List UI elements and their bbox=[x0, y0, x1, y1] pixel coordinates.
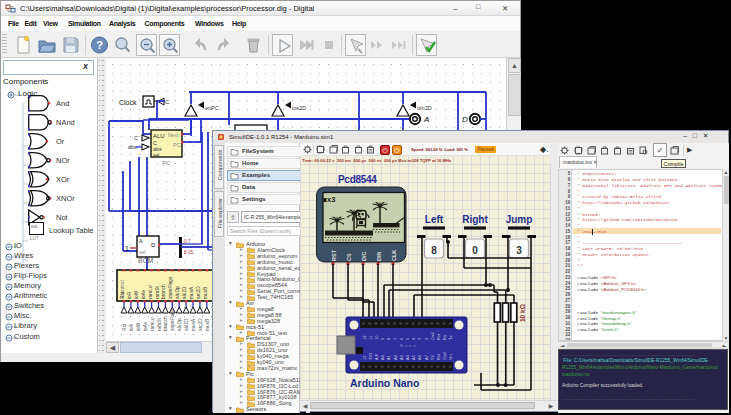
svg-text:Jump: Jump bbox=[506, 214, 533, 225]
svg-text:3V3: 3V3 bbox=[368, 352, 373, 360]
svg-text:muxA: muxA bbox=[191, 318, 196, 331]
svg-text:ioR: ioR bbox=[127, 291, 132, 299]
svg-text:ramLd: ramLd bbox=[148, 285, 153, 299]
svg-text:sel: sel bbox=[139, 249, 145, 255]
svg-text:A5: A5 bbox=[411, 354, 416, 360]
svg-text:D: D bbox=[151, 242, 156, 248]
svg-text:A4: A4 bbox=[405, 354, 410, 360]
svg-text:5V: 5V bbox=[430, 355, 435, 360]
svg-text:ramLd: ramLd bbox=[150, 317, 155, 331]
svg-text:8: 8 bbox=[431, 245, 437, 256]
svg-text:Rst: Rst bbox=[436, 333, 441, 340]
svg-text:A0: A0 bbox=[380, 354, 385, 360]
svg-text:D/C: D/C bbox=[361, 252, 367, 262]
svg-text:muxB: muxB bbox=[203, 287, 208, 299]
svg-text:Rx: Rx bbox=[442, 335, 447, 340]
svg-text:A6: A6 bbox=[417, 354, 422, 360]
svg-text:0: 0 bbox=[472, 245, 478, 256]
svg-text:CS: CS bbox=[346, 253, 352, 261]
svg-text:storeFlags: storeFlags bbox=[170, 308, 175, 331]
svg-text:Rst: Rst bbox=[120, 291, 125, 299]
svg-text:10 kΩ: 10 kΩ bbox=[519, 304, 526, 322]
svg-text:A-F: A-F bbox=[374, 353, 379, 360]
svg-text:Right: Right bbox=[462, 214, 488, 225]
svg-text:aluOp: aluOp bbox=[177, 318, 182, 331]
svg-text:10: 10 bbox=[374, 335, 379, 340]
svg-text:Clock: Clock bbox=[119, 99, 137, 106]
svg-text:A: A bbox=[423, 115, 429, 124]
svg-text:Gnd: Gnd bbox=[430, 332, 435, 340]
svg-text:ioAv: ioAv bbox=[141, 289, 146, 299]
svg-text:C: C bbox=[134, 135, 138, 141]
svg-text:DIN: DIN bbox=[376, 252, 382, 262]
svg-text:ioW: ioW bbox=[136, 322, 141, 331]
svg-text:A: A bbox=[139, 238, 143, 244]
svg-text:ramSt: ramSt bbox=[155, 286, 160, 299]
svg-text:D: D bbox=[462, 115, 468, 124]
svg-text:muxB: muxB bbox=[205, 319, 210, 331]
svg-text:13: 13 bbox=[362, 355, 367, 360]
svg-text:ioW: ioW bbox=[134, 290, 139, 299]
svg-text:RST: RST bbox=[331, 249, 337, 261]
svg-text:branch: branch bbox=[161, 284, 166, 299]
svg-text:Rst: Rst bbox=[122, 323, 127, 331]
svg-text:ioR: ioR bbox=[129, 323, 134, 331]
svg-text:Left: Left bbox=[425, 214, 444, 225]
svg-text:ins2D: ins2D bbox=[292, 105, 306, 111]
svg-text:nIn2D: nIn2D bbox=[417, 105, 432, 111]
svg-text:Pcd8544: Pcd8544 bbox=[338, 174, 377, 185]
svg-text:PC: PC bbox=[162, 160, 171, 166]
svg-text:8-15: 8-15 bbox=[184, 250, 194, 255]
svg-text:ALU: ALU bbox=[153, 133, 165, 139]
svg-text:?: ? bbox=[96, 39, 103, 51]
svg-text:Arduino Nano: Arduino Nano bbox=[350, 377, 419, 389]
svg-text:C: C bbox=[165, 99, 170, 105]
svg-text:branch: branch bbox=[163, 316, 168, 331]
svg-text:1: 1 bbox=[125, 245, 129, 252]
svg-text:Nano: Nano bbox=[400, 343, 418, 348]
svg-text:x3: x3 bbox=[327, 195, 335, 204]
svg-text:storeFlags: storeFlags bbox=[168, 276, 173, 299]
svg-text:12: 12 bbox=[362, 335, 367, 340]
svg-text:arc2D: arc2D bbox=[196, 286, 201, 299]
svg-text:0-7: 0-7 bbox=[184, 239, 191, 244]
svg-text:A2: A2 bbox=[393, 354, 398, 360]
svg-text:aluOp: aluOp bbox=[175, 286, 180, 299]
svg-text:PC: PC bbox=[173, 142, 181, 148]
svg-text:Tx: Tx bbox=[448, 336, 453, 340]
svg-text:A7: A7 bbox=[424, 354, 429, 360]
svg-text:ramSt: ramSt bbox=[157, 318, 162, 331]
svg-text:ROM: ROM bbox=[138, 257, 153, 264]
svg-text:enPC: enPC bbox=[205, 105, 219, 111]
svg-text:A3: A3 bbox=[399, 354, 404, 360]
svg-text:abs: abs bbox=[128, 144, 137, 150]
svg-text:Gnd: Gnd bbox=[442, 352, 447, 360]
svg-text:sel: sel bbox=[153, 152, 159, 158]
svg-text:A1: A1 bbox=[386, 354, 391, 360]
svg-text:arc2D: arc2D bbox=[198, 318, 203, 331]
svg-text:alu2D: alu2D bbox=[182, 286, 187, 299]
svg-text:alu2D: alu2D bbox=[184, 318, 189, 331]
svg-text:Next: Next bbox=[168, 132, 179, 138]
svg-text:ioAv: ioAv bbox=[143, 321, 148, 331]
svg-text:CLK: CLK bbox=[391, 250, 397, 261]
svg-text:muxA: muxA bbox=[189, 286, 194, 299]
svg-text:Rst: Rst bbox=[436, 353, 441, 360]
svg-text:Vin: Vin bbox=[448, 354, 453, 360]
svg-text:3: 3 bbox=[516, 245, 522, 256]
